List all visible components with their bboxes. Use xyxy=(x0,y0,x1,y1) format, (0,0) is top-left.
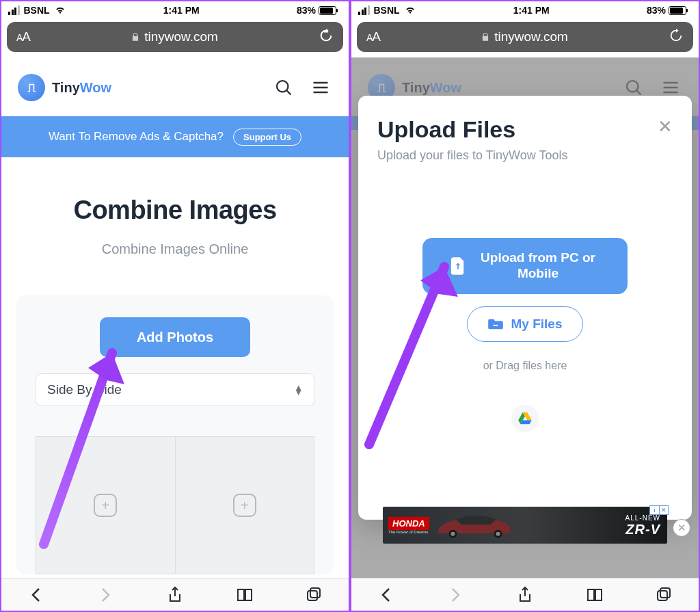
forward-button[interactable] xyxy=(446,586,464,604)
adchoices-icon[interactable]: i✕ xyxy=(649,505,669,515)
lock-icon xyxy=(481,32,490,42)
support-us-button[interactable]: Support Us xyxy=(233,129,301,146)
promo-banner: Want To Remove Ads & Captcha? Support Us xyxy=(1,116,349,157)
plus-icon: + xyxy=(233,494,256,517)
svg-rect-6 xyxy=(493,324,498,325)
chevron-updown-icon: ▲▼ xyxy=(294,385,303,395)
reload-button[interactable] xyxy=(319,28,334,46)
page-title: Combine Images xyxy=(16,196,334,225)
brand-logo-block[interactable]: ⎍ TinyWow xyxy=(18,74,111,101)
svg-line-1 xyxy=(287,91,291,95)
bookmarks-button[interactable] xyxy=(586,586,604,604)
text-size-button[interactable]: AA xyxy=(16,29,30,44)
svg-rect-12 xyxy=(660,588,670,598)
clock-label: 1:41 PM xyxy=(163,5,200,16)
car-illustration xyxy=(433,511,515,539)
signal-icon xyxy=(358,5,370,15)
back-button[interactable] xyxy=(27,586,45,604)
image-slot-2[interactable]: + xyxy=(176,437,314,574)
share-button[interactable] xyxy=(516,586,534,604)
upload-from-device-button[interactable]: Upload from PC or Mobile xyxy=(422,238,628,294)
layout-select[interactable]: Side By Side ▲▼ xyxy=(36,373,314,406)
plus-icon: + xyxy=(94,494,117,517)
carrier-label: BSNL xyxy=(374,5,400,16)
main-content: Combine Images Combine Images Online Add… xyxy=(1,157,349,578)
url-domain: tinywow.com xyxy=(144,29,218,44)
share-button[interactable] xyxy=(166,586,184,604)
ad-banner[interactable]: i✕ HONDA The Power of Dreams ALL-NEW xyxy=(383,507,667,544)
url-domain: tinywow.com xyxy=(494,29,568,44)
close-button[interactable]: ✕ xyxy=(658,116,673,137)
bookmarks-button[interactable] xyxy=(236,586,254,604)
battery-icon xyxy=(669,6,686,15)
svg-rect-11 xyxy=(658,591,667,600)
clock-label: 1:41 PM xyxy=(513,5,550,16)
layout-select-value: Side By Side xyxy=(47,382,122,397)
forward-button[interactable] xyxy=(96,586,114,604)
site-header: ⎍ TinyWow xyxy=(1,57,349,116)
brand-name-a: Tiny xyxy=(52,80,80,95)
brand-name-b: Wow xyxy=(80,80,111,95)
modal-subtitle: Upload your files to TinyWow Tools xyxy=(377,148,567,163)
svg-point-10 xyxy=(496,532,500,536)
google-drive-icon xyxy=(518,412,532,425)
battery-pct: 83% xyxy=(647,5,666,16)
carrier-label: BSNL xyxy=(24,5,50,16)
battery-icon xyxy=(319,6,336,15)
status-bar: BSNL 1:41 PM 83% xyxy=(1,1,349,19)
upload-btn-label: Upload from PC or Mobile xyxy=(476,250,600,282)
upload-modal: Upload Files Upload your files to TinyWo… xyxy=(358,96,692,520)
lock-icon xyxy=(131,32,140,42)
browser-toolbar xyxy=(1,578,349,611)
ad-headline-small: ALL-NEW xyxy=(625,514,660,522)
battery-pct: 83% xyxy=(297,5,316,16)
tabs-button[interactable] xyxy=(305,586,323,604)
back-button[interactable] xyxy=(377,586,395,604)
reload-button[interactable] xyxy=(669,28,684,46)
my-files-button[interactable]: My Files xyxy=(467,306,584,342)
promo-text: Want To Remove Ads & Captcha? xyxy=(49,130,224,144)
wifi-icon xyxy=(54,5,66,15)
my-files-label: My Files xyxy=(511,317,563,332)
google-drive-button[interactable] xyxy=(511,405,539,432)
wifi-icon xyxy=(404,5,416,15)
ad-tagline: The Power of Dreams xyxy=(388,530,429,534)
ad-headline: ZR-V xyxy=(625,522,660,537)
svg-point-0 xyxy=(277,81,288,92)
drag-hint: or Drag files here xyxy=(483,360,567,372)
browser-toolbar xyxy=(351,578,699,611)
folder-icon xyxy=(488,318,503,330)
ad-close-button[interactable]: ✕ xyxy=(673,519,690,537)
document-upload-icon xyxy=(450,257,466,275)
search-button[interactable] xyxy=(272,76,295,99)
address-bar[interactable]: AA tinywow.com xyxy=(7,22,343,52)
svg-rect-3 xyxy=(310,588,320,598)
menu-button[interactable] xyxy=(309,76,332,99)
tabs-button[interactable] xyxy=(655,586,673,604)
svg-point-8 xyxy=(450,532,455,536)
svg-rect-2 xyxy=(308,591,317,600)
brand-logo-icon: ⎍ xyxy=(18,74,45,101)
add-photos-button[interactable]: Add Photos xyxy=(100,317,250,357)
text-size-button[interactable]: AA xyxy=(366,29,380,44)
image-slot-1[interactable]: + xyxy=(36,437,176,574)
ad-brand: HONDA xyxy=(388,517,429,530)
modal-title: Upload Files xyxy=(377,116,567,143)
signal-icon xyxy=(8,5,20,15)
address-bar[interactable]: AA tinywow.com xyxy=(357,22,693,52)
status-bar: BSNL 1:41 PM 83% xyxy=(351,1,699,19)
page-subtitle: Combine Images Online xyxy=(16,241,334,257)
tool-card: Add Photos Side By Side ▲▼ + + xyxy=(16,295,334,574)
